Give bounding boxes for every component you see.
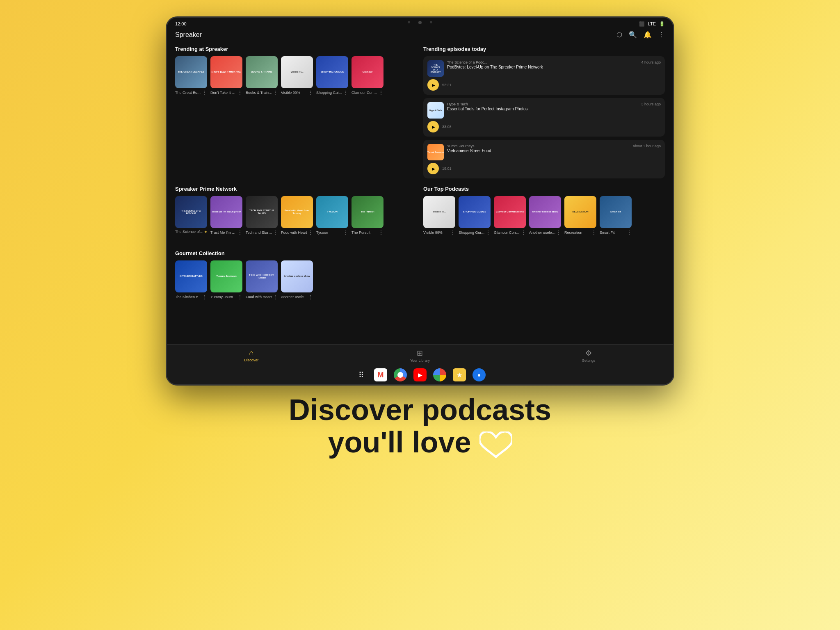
nav-item-library[interactable]: ⊞ Your Library [336, 349, 504, 363]
lte-icon: LTE [648, 21, 656, 26]
taskbar-chrome-btn[interactable] [394, 368, 407, 381]
list-item[interactable]: KITCHEN BATTLES The Kitchen Battles ⋮ [175, 260, 207, 300]
library-icon: ⊞ [417, 349, 423, 358]
prime-top-grid: Spreaker Prime Network THE SCIENCE OF A … [175, 186, 665, 243]
podcast-menu-btn[interactable]: ⋮ [379, 230, 383, 235]
episode-card-3[interactable]: Yummi Journeys Yummi Journeys about 1 ho… [423, 140, 665, 178]
cast-icon[interactable]: ⬡ [616, 31, 622, 39]
list-item[interactable]: SHOPPING GUIDES Shopping Guides ⋮ [459, 196, 491, 235]
podcast-title: Visible 99% [423, 231, 443, 235]
list-item[interactable]: Food with Heart from Tummy Food with Hea… [281, 196, 313, 235]
app-bar: Spreaker ⬡ 🔍 🔔 ⋮ [167, 29, 673, 42]
episode-title: PodBytes: Level-Up on The Spreaker Prime… [447, 64, 661, 70]
play-button[interactable]: ▶ [427, 163, 439, 174]
trending-grid: Trending at Spreaker THE GREAT ESCAPES T… [175, 46, 665, 178]
podcast-menu-btn[interactable]: ⋮ [237, 294, 242, 300]
top-podcasts-header: Our Top Podcasts [423, 186, 665, 192]
list-item[interactable]: TECH AND STARTUP TALKS Tech and Startup … [246, 196, 278, 235]
list-item[interactable]: Trust Me I'm an Engineer Trust Me I'm En… [210, 196, 242, 235]
taskbar-firefox-btn[interactable]: ● [472, 368, 486, 381]
podcast-thumb: The Pursuit [352, 196, 383, 228]
episode-title: Vietnamese Street Food [447, 148, 661, 153]
more-icon[interactable]: ⋮ [658, 31, 665, 39]
podcast-menu-btn[interactable]: ⋮ [273, 294, 278, 300]
podcast-thumb-glamour: Glamour [352, 56, 383, 88]
list-item[interactable]: Yummy Journeys Yummy Journeys ⋮ [210, 260, 242, 300]
list-item[interactable]: Visible Ti... Visible 99% ⋮ [423, 196, 455, 235]
firefox-icon: ● [477, 372, 481, 378]
list-item[interactable]: Smart Fit Smart Fit ⋮ [600, 196, 632, 235]
list-item[interactable]: Another useless show Another useless sho… [529, 196, 561, 235]
list-item[interactable]: TYCOON Tycoon ⋮ [316, 196, 348, 235]
taskbar-youtube-btn[interactable]: ▶ [413, 368, 427, 381]
list-item[interactable]: SHOPPING GUIDES Shopping Guides ⋮ [316, 56, 348, 96]
podcast-menu-btn[interactable]: ⋮ [237, 90, 242, 96]
thumb-label: Another useless show [283, 274, 311, 278]
podcast-menu-btn[interactable]: ⋮ [343, 90, 348, 96]
camera-dot-left [408, 21, 410, 23]
discover-icon: ⌂ [249, 349, 253, 357]
chrome-center [397, 372, 403, 378]
list-item[interactable]: RECREATION Recreation ⋮ [564, 196, 596, 235]
list-item[interactable]: Glamour Conversations Glamour Conversati… [494, 196, 526, 235]
gourmet-header: Gourmet Collection [175, 250, 665, 256]
taskbar-star-btn[interactable]: ★ [453, 368, 466, 381]
podcast-menu-btn[interactable]: ⋮ [202, 294, 207, 300]
taskbar-photos-btn[interactable] [433, 368, 446, 381]
notifications-icon[interactable]: 🔔 [644, 31, 652, 39]
list-item[interactable]: Don't Take It With You Don't Take It Wit… [210, 56, 242, 96]
podcast-menu-btn[interactable]: ⋮ [627, 230, 632, 235]
podcast-thumb: THE SCIENCE OF A PODCAST [175, 196, 207, 228]
thumb-label: Visible Ti... [290, 70, 304, 74]
list-item[interactable]: Another useless show Another useless sho… [281, 260, 313, 300]
podcast-menu-btn[interactable]: ⋮ [308, 90, 313, 96]
podcast-menu-btn[interactable]: ⋮ [202, 90, 207, 96]
podcast-menu-btn[interactable]: ⋮ [556, 230, 561, 235]
list-item[interactable]: Glamour Glamour Conversations ⋮ [352, 56, 383, 96]
taskbar-grid-btn[interactable]: ⠿ [354, 368, 368, 381]
podcast-menu-btn[interactable]: ⋮ [591, 230, 596, 235]
list-item[interactable]: THE GREAT ESCAPES The Great Escapes ⋮ [175, 56, 207, 96]
episode-card-1[interactable]: THE SCIENCE OF A PODCAST The Science of … [423, 56, 665, 95]
podcast-title: Don't Take It With You [210, 91, 237, 95]
star-badge: ★ [204, 230, 207, 234]
grid-icon: ⠿ [358, 370, 364, 379]
podcast-menu-btn[interactable]: ⋮ [273, 230, 278, 235]
podcast-title: Shopping Guides [316, 91, 343, 95]
app-bar-icons: ⬡ 🔍 🔔 ⋮ [616, 31, 665, 39]
podcast-title: Glamour Conversations [352, 91, 379, 95]
podcast-menu-btn[interactable]: ⋮ [521, 230, 526, 235]
list-item[interactable]: BOOKS & TRAINS Books & Trains with Jenni… [246, 56, 278, 96]
nav-label-settings: Settings [582, 358, 596, 363]
episode-footer-3: ▶ 19:01 [427, 163, 661, 174]
podcast-menu-btn[interactable]: ⋮ [308, 294, 313, 300]
list-item[interactable]: THE SCIENCE OF A PODCAST The Science of … [175, 196, 207, 235]
podcast-menu-btn[interactable]: ⋮ [237, 230, 242, 235]
taskbar-gmail-btn[interactable]: M [374, 368, 387, 381]
podcast-title: Tycoon [316, 231, 328, 235]
trending-at-header: Trending at Spreaker [175, 46, 417, 52]
nav-item-settings[interactable]: ⚙ Settings [504, 349, 673, 363]
podcast-menu-btn[interactable]: ⋮ [273, 90, 278, 96]
search-icon[interactable]: 🔍 [629, 31, 637, 39]
podcast-title: Glamour Conversations [494, 231, 521, 235]
battery-icon: 🔋 [659, 21, 665, 27]
thumb-label: Visible Ti... [432, 210, 446, 214]
play-icon: ▶ [432, 83, 435, 87]
podcast-menu-btn[interactable]: ⋮ [486, 230, 491, 235]
list-item[interactable]: The Pursuit The Pursuit ⋮ [352, 196, 383, 235]
thumb-label: SHOPPING GUIDES [462, 210, 487, 214]
podcast-menu-btn[interactable]: ⋮ [343, 230, 348, 235]
podcast-thumb: SHOPPING GUIDES [459, 196, 491, 228]
list-item[interactable]: Food with Heart from Tummy Food with Hea… [246, 260, 278, 300]
nav-item-discover[interactable]: ⌂ Discover [167, 349, 336, 362]
episode-card-2[interactable]: Hype & Tech Hype & Tech 3 hours ago Esse… [423, 98, 665, 137]
thumb-label: Food with Heart from Tummy [246, 273, 278, 280]
podcast-menu-btn[interactable]: ⋮ [379, 90, 383, 96]
podcast-title: Recreation [564, 231, 582, 235]
list-item[interactable]: Visible Ti... Visible 99% ⋮ [281, 56, 313, 96]
play-button[interactable]: ▶ [427, 121, 439, 132]
podcast-menu-btn[interactable]: ⋮ [308, 230, 313, 235]
play-button[interactable]: ▶ [427, 79, 439, 91]
podcast-menu-btn[interactable]: ⋮ [450, 230, 455, 235]
